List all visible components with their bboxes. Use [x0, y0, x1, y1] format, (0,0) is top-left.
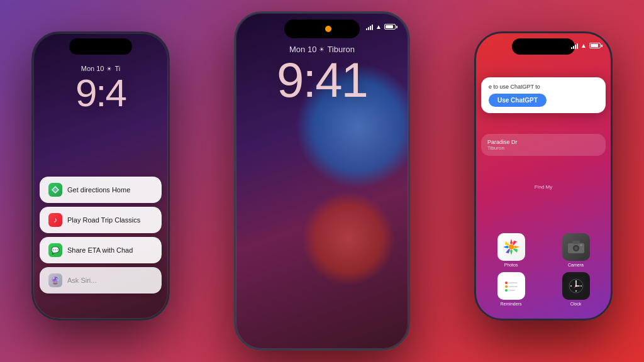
svg-point-13	[505, 289, 508, 292]
left-location: Ti	[114, 65, 120, 72]
center-lock-info: Mon 10 ☀ Tiburon 9:41	[236, 45, 408, 104]
left-date-text: Mon 10	[81, 65, 104, 72]
right-screen: ▲ e to use ChatGPT to Use ChatGPT Paradi…	[476, 33, 611, 319]
app-camera[interactable]: Camera	[546, 233, 606, 267]
siri-ask-bar[interactable]: 🔮 Ask Siri...	[40, 267, 162, 293]
svg-point-0	[509, 244, 514, 250]
maps-destination-text: Paradise Dr	[487, 139, 599, 145]
island-camera-dot	[325, 26, 331, 32]
siri-panel: Get directions Home ♪ Play Road Trip Cla…	[40, 177, 162, 293]
messages-icon: 💬	[48, 243, 62, 257]
app-reminders[interactable]: Reminders	[481, 272, 541, 306]
maps-widget[interactable]: Paradise Dr Tiburon	[481, 134, 606, 156]
camera-icon	[562, 233, 590, 261]
reminders-icon	[497, 272, 525, 300]
reminders-label: Reminders	[501, 302, 522, 306]
maps-location-text: Tiburon	[487, 145, 599, 151]
battery-icon-right	[589, 43, 601, 48]
svg-rect-3	[572, 241, 580, 244]
phones-container: Mon 10 ☀ Ti 9:4 Get directions Home ♪	[0, 0, 644, 362]
chatgpt-card: e to use ChatGPT to Use ChatGPT	[481, 77, 606, 113]
signal-icon-right	[571, 43, 578, 49]
wifi-icon: ▲	[375, 23, 382, 30]
svg-rect-12	[509, 286, 518, 287]
svg-rect-10	[509, 282, 518, 283]
maps-icon	[48, 183, 62, 197]
app-clock[interactable]: Clock	[546, 272, 606, 306]
chatgpt-prompt-text: e to use ChatGPT to	[489, 84, 598, 90]
svg-point-25	[575, 285, 577, 287]
status-bar-center: ▲	[366, 23, 396, 30]
svg-rect-14	[509, 290, 515, 291]
music-label: Play Road Trip Classics	[67, 216, 140, 224]
siri-messages-button[interactable]: 💬 Share ETA with Chad	[40, 237, 162, 263]
clock-label: Clock	[570, 302, 582, 306]
messages-label: Share ETA with Chad	[67, 246, 133, 254]
app-grid: Photos Ca	[481, 233, 606, 306]
center-location: Tiburon	[327, 45, 355, 54]
left-screen: Mon 10 ☀ Ti 9:4 Get directions Home ♪	[33, 33, 168, 319]
center-time: 9:41	[236, 55, 408, 104]
battery-icon	[384, 24, 396, 30]
dynamic-island-left	[69, 38, 132, 55]
left-lock-info: Mon 10 ☀ Ti 9:4	[33, 65, 168, 112]
signal-icon	[366, 24, 373, 30]
siri-directions-button[interactable]: Get directions Home	[40, 177, 162, 203]
camera-label: Camera	[568, 263, 584, 267]
left-date: Mon 10 ☀ Ti	[33, 65, 168, 72]
siri-icon: 🔮	[48, 273, 62, 287]
status-bar-right: ▲	[571, 42, 601, 49]
dynamic-island-center	[284, 19, 360, 38]
svg-point-11	[505, 285, 508, 288]
center-date-text: Mon 10	[289, 45, 316, 54]
wifi-icon-right: ▲	[580, 42, 587, 49]
music-icon: ♪	[48, 213, 62, 227]
directions-label: Get directions Home	[67, 186, 130, 194]
left-time: 9:4	[33, 74, 168, 112]
svg-point-7	[580, 244, 582, 246]
photos-icon	[497, 233, 525, 261]
clock-app-icon	[562, 272, 590, 300]
use-chatgpt-button[interactable]: Use ChatGPT	[489, 94, 547, 107]
center-screen: ▲ Mon 10 ☀ Tiburon 9:41	[236, 13, 408, 349]
sun-icon-center: ☀	[319, 46, 325, 53]
siri-music-button[interactable]: ♪ Play Road Trip Classics	[40, 207, 162, 233]
ask-siri-text: Ask Siri...	[67, 277, 96, 284]
center-date: Mon 10 ☀ Tiburon	[236, 45, 408, 54]
find-my-label: Find My	[476, 184, 611, 190]
svg-point-9	[505, 282, 508, 284]
phone-center: ▲ Mon 10 ☀ Tiburon 9:41	[234, 11, 410, 351]
svg-point-6	[575, 247, 577, 250]
phone-left: Mon 10 ☀ Ti 9:4 Get directions Home ♪	[31, 31, 170, 321]
phone-right: ▲ e to use ChatGPT to Use ChatGPT Paradi…	[474, 31, 613, 321]
photos-label: Photos	[504, 263, 518, 267]
app-photos[interactable]: Photos	[481, 233, 541, 267]
sun-icon-left: ☀	[106, 65, 112, 72]
dynamic-island-right	[512, 38, 575, 55]
red-orb	[301, 192, 396, 286]
